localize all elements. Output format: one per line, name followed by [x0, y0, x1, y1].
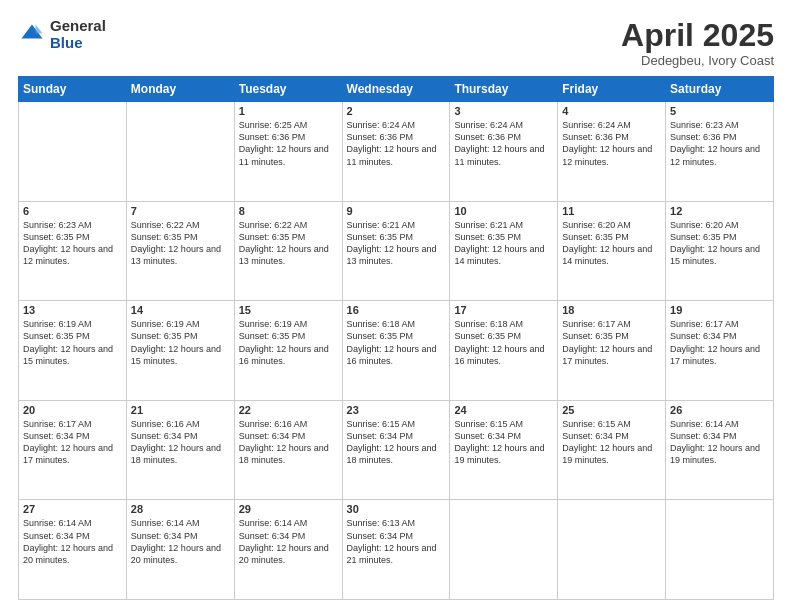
day-info: Sunrise: 6:16 AM Sunset: 6:34 PM Dayligh… — [239, 418, 338, 467]
day-info: Sunrise: 6:16 AM Sunset: 6:34 PM Dayligh… — [131, 418, 230, 467]
day-number: 15 — [239, 304, 338, 316]
table-row: 23Sunrise: 6:15 AM Sunset: 6:34 PM Dayli… — [342, 400, 450, 500]
day-number: 10 — [454, 205, 553, 217]
logo-icon — [18, 21, 46, 49]
day-info: Sunrise: 6:23 AM Sunset: 6:35 PM Dayligh… — [23, 219, 122, 268]
table-row — [19, 102, 127, 202]
day-info: Sunrise: 6:15 AM Sunset: 6:34 PM Dayligh… — [562, 418, 661, 467]
svg-marker-1 — [36, 24, 43, 33]
day-number: 30 — [347, 503, 446, 515]
calendar-week-row: 13Sunrise: 6:19 AM Sunset: 6:35 PM Dayli… — [19, 301, 774, 401]
calendar-week-row: 27Sunrise: 6:14 AM Sunset: 6:34 PM Dayli… — [19, 500, 774, 600]
day-info: Sunrise: 6:19 AM Sunset: 6:35 PM Dayligh… — [23, 318, 122, 367]
logo: General Blue — [18, 18, 106, 51]
table-row: 2Sunrise: 6:24 AM Sunset: 6:36 PM Daylig… — [342, 102, 450, 202]
table-row: 26Sunrise: 6:14 AM Sunset: 6:34 PM Dayli… — [666, 400, 774, 500]
header-friday: Friday — [558, 77, 666, 102]
day-number: 12 — [670, 205, 769, 217]
calendar-week-row: 1Sunrise: 6:25 AM Sunset: 6:36 PM Daylig… — [19, 102, 774, 202]
day-number: 29 — [239, 503, 338, 515]
table-row: 19Sunrise: 6:17 AM Sunset: 6:34 PM Dayli… — [666, 301, 774, 401]
day-info: Sunrise: 6:15 AM Sunset: 6:34 PM Dayligh… — [347, 418, 446, 467]
day-info: Sunrise: 6:17 AM Sunset: 6:35 PM Dayligh… — [562, 318, 661, 367]
calendar-week-row: 20Sunrise: 6:17 AM Sunset: 6:34 PM Dayli… — [19, 400, 774, 500]
day-info: Sunrise: 6:23 AM Sunset: 6:36 PM Dayligh… — [670, 119, 769, 168]
day-info: Sunrise: 6:25 AM Sunset: 6:36 PM Dayligh… — [239, 119, 338, 168]
day-number: 6 — [23, 205, 122, 217]
calendar-week-row: 6Sunrise: 6:23 AM Sunset: 6:35 PM Daylig… — [19, 201, 774, 301]
day-info: Sunrise: 6:24 AM Sunset: 6:36 PM Dayligh… — [454, 119, 553, 168]
header-thursday: Thursday — [450, 77, 558, 102]
table-row — [666, 500, 774, 600]
table-row: 7Sunrise: 6:22 AM Sunset: 6:35 PM Daylig… — [126, 201, 234, 301]
day-number: 22 — [239, 404, 338, 416]
calendar-title: April 2025 — [621, 18, 774, 53]
table-row: 10Sunrise: 6:21 AM Sunset: 6:35 PM Dayli… — [450, 201, 558, 301]
table-row: 6Sunrise: 6:23 AM Sunset: 6:35 PM Daylig… — [19, 201, 127, 301]
day-number: 26 — [670, 404, 769, 416]
table-row: 14Sunrise: 6:19 AM Sunset: 6:35 PM Dayli… — [126, 301, 234, 401]
day-number: 16 — [347, 304, 446, 316]
table-row: 3Sunrise: 6:24 AM Sunset: 6:36 PM Daylig… — [450, 102, 558, 202]
day-info: Sunrise: 6:14 AM Sunset: 6:34 PM Dayligh… — [670, 418, 769, 467]
day-info: Sunrise: 6:13 AM Sunset: 6:34 PM Dayligh… — [347, 517, 446, 566]
day-number: 8 — [239, 205, 338, 217]
table-row: 9Sunrise: 6:21 AM Sunset: 6:35 PM Daylig… — [342, 201, 450, 301]
table-row — [450, 500, 558, 600]
logo-text: General Blue — [50, 18, 106, 51]
table-row: 20Sunrise: 6:17 AM Sunset: 6:34 PM Dayli… — [19, 400, 127, 500]
day-number: 23 — [347, 404, 446, 416]
day-info: Sunrise: 6:17 AM Sunset: 6:34 PM Dayligh… — [670, 318, 769, 367]
header: General Blue April 2025 Dedegbeu, Ivory … — [18, 18, 774, 68]
day-info: Sunrise: 6:14 AM Sunset: 6:34 PM Dayligh… — [23, 517, 122, 566]
day-info: Sunrise: 6:22 AM Sunset: 6:35 PM Dayligh… — [131, 219, 230, 268]
day-number: 1 — [239, 105, 338, 117]
header-tuesday: Tuesday — [234, 77, 342, 102]
table-row: 18Sunrise: 6:17 AM Sunset: 6:35 PM Dayli… — [558, 301, 666, 401]
calendar-table: Sunday Monday Tuesday Wednesday Thursday… — [18, 76, 774, 600]
day-number: 11 — [562, 205, 661, 217]
day-number: 3 — [454, 105, 553, 117]
day-number: 27 — [23, 503, 122, 515]
table-row: 11Sunrise: 6:20 AM Sunset: 6:35 PM Dayli… — [558, 201, 666, 301]
day-info: Sunrise: 6:17 AM Sunset: 6:34 PM Dayligh… — [23, 418, 122, 467]
day-number: 18 — [562, 304, 661, 316]
day-number: 13 — [23, 304, 122, 316]
day-number: 14 — [131, 304, 230, 316]
table-row: 12Sunrise: 6:20 AM Sunset: 6:35 PM Dayli… — [666, 201, 774, 301]
logo-blue: Blue — [50, 35, 106, 52]
page: General Blue April 2025 Dedegbeu, Ivory … — [0, 0, 792, 612]
day-number: 7 — [131, 205, 230, 217]
day-number: 2 — [347, 105, 446, 117]
day-number: 19 — [670, 304, 769, 316]
table-row: 27Sunrise: 6:14 AM Sunset: 6:34 PM Dayli… — [19, 500, 127, 600]
table-row: 17Sunrise: 6:18 AM Sunset: 6:35 PM Dayli… — [450, 301, 558, 401]
table-row: 21Sunrise: 6:16 AM Sunset: 6:34 PM Dayli… — [126, 400, 234, 500]
day-number: 25 — [562, 404, 661, 416]
day-info: Sunrise: 6:20 AM Sunset: 6:35 PM Dayligh… — [670, 219, 769, 268]
table-row: 30Sunrise: 6:13 AM Sunset: 6:34 PM Dayli… — [342, 500, 450, 600]
day-number: 20 — [23, 404, 122, 416]
table-row: 15Sunrise: 6:19 AM Sunset: 6:35 PM Dayli… — [234, 301, 342, 401]
table-row: 28Sunrise: 6:14 AM Sunset: 6:34 PM Dayli… — [126, 500, 234, 600]
day-number: 24 — [454, 404, 553, 416]
table-row: 13Sunrise: 6:19 AM Sunset: 6:35 PM Dayli… — [19, 301, 127, 401]
day-info: Sunrise: 6:18 AM Sunset: 6:35 PM Dayligh… — [454, 318, 553, 367]
day-number: 4 — [562, 105, 661, 117]
day-info: Sunrise: 6:14 AM Sunset: 6:34 PM Dayligh… — [239, 517, 338, 566]
day-number: 17 — [454, 304, 553, 316]
day-number: 9 — [347, 205, 446, 217]
day-info: Sunrise: 6:24 AM Sunset: 6:36 PM Dayligh… — [562, 119, 661, 168]
calendar-subtitle: Dedegbeu, Ivory Coast — [621, 53, 774, 68]
day-info: Sunrise: 6:24 AM Sunset: 6:36 PM Dayligh… — [347, 119, 446, 168]
header-wednesday: Wednesday — [342, 77, 450, 102]
table-row — [126, 102, 234, 202]
header-monday: Monday — [126, 77, 234, 102]
logo-general: General — [50, 18, 106, 35]
day-info: Sunrise: 6:14 AM Sunset: 6:34 PM Dayligh… — [131, 517, 230, 566]
day-number: 5 — [670, 105, 769, 117]
title-block: April 2025 Dedegbeu, Ivory Coast — [621, 18, 774, 68]
header-sunday: Sunday — [19, 77, 127, 102]
day-info: Sunrise: 6:20 AM Sunset: 6:35 PM Dayligh… — [562, 219, 661, 268]
day-number: 28 — [131, 503, 230, 515]
